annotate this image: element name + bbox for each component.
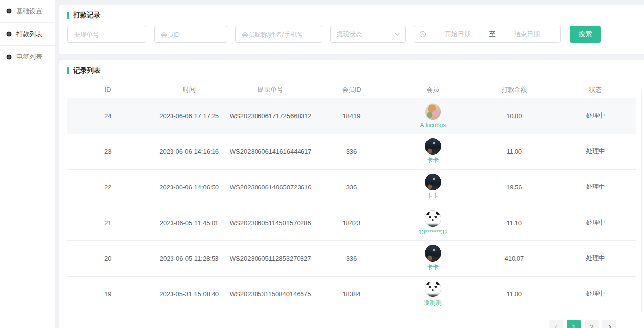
column-header: 时间	[148, 81, 229, 98]
cell-member: A Incubus	[392, 98, 473, 134]
records-table: ID 时间 提现单号 会员ID 会员 打款金额 状态	[67, 81, 636, 312]
pagination-next-button[interactable]	[602, 320, 616, 328]
member-info-input[interactable]	[235, 26, 322, 43]
sidebar-item[interactable]: 电签列表	[0, 46, 55, 68]
cell-amount: 11.00	[473, 276, 555, 312]
cell-time: 2023-06-05 11:28:53	[148, 240, 229, 276]
pagination-page-button[interactable]: 2	[585, 320, 599, 328]
start-date-placeholder: 开始日期	[429, 30, 486, 39]
cell-id: 20	[67, 240, 148, 276]
pagination: 1 2	[67, 312, 636, 328]
cell-amount: 410.07	[473, 240, 555, 276]
member-name-link[interactable]: 卡卡	[427, 156, 439, 165]
main-content: 打款记录 提现状态	[55, 0, 644, 328]
table-row[interactable]: 21 2023-06-05 11:45:01 WS202306051145015…	[67, 205, 636, 240]
member-avatar	[425, 281, 441, 297]
chevron-left-icon	[554, 324, 559, 328]
date-range-picker[interactable]: 开始日期 至 结束日期	[414, 26, 561, 43]
date-separator: 至	[489, 30, 496, 39]
sidebar: 基础设置 打款列表	[0, 0, 55, 328]
table-row[interactable]: 22 2023-06-06 14:06:50 WS202306061406507…	[67, 169, 636, 205]
pagination-prev-button[interactable]	[549, 320, 563, 328]
column-header: 会员	[392, 81, 473, 98]
clock-icon	[419, 31, 426, 38]
sidebar-item[interactable]: 打款列表	[0, 23, 55, 46]
cell-id: 23	[67, 134, 148, 169]
column-header: 会员ID	[311, 81, 392, 98]
member-name-link[interactable]: 13*******32	[418, 229, 447, 235]
cell-member-id: 336	[311, 134, 392, 169]
cell-member-id: 18384	[311, 276, 392, 312]
cell-order-no: WS20230606140650723616	[230, 169, 311, 205]
title-accent-bar	[67, 67, 69, 74]
sidebar-item[interactable]: 基础设置	[0, 0, 55, 23]
column-header: 提现单号	[230, 81, 311, 98]
cell-member: 测测测	[392, 276, 473, 312]
sidebar-item-label: 电签列表	[16, 52, 42, 61]
cell-time: 2023-06-06 14:16:16	[148, 134, 229, 169]
cell-member-id: 18419	[311, 98, 392, 134]
status-select-placeholder: 提现状态	[337, 30, 362, 39]
gear-icon	[6, 31, 12, 37]
cell-member: 卡卡	[392, 240, 473, 276]
cell-id: 21	[67, 205, 148, 240]
fixed-column-divider	[641, 90, 642, 312]
chevron-down-icon	[394, 31, 400, 37]
end-date-placeholder: 结束日期	[499, 30, 556, 39]
cell-id: 19	[67, 276, 148, 312]
cell-order-no: WS20230605112853270827	[230, 240, 311, 276]
pagination-pages: 1 2	[567, 320, 599, 328]
cell-amount: 11.10	[473, 205, 555, 240]
cell-id: 22	[67, 169, 148, 205]
member-name-link[interactable]: A Incubus	[420, 122, 446, 129]
member-avatar	[425, 245, 441, 262]
search-panel-title: 打款记录	[67, 11, 636, 20]
pagination-page-button[interactable]: 1	[567, 320, 581, 328]
cell-member-id: 336	[311, 240, 392, 276]
cell-status: 处理中	[555, 205, 636, 240]
cell-status: 处理中	[555, 240, 636, 276]
cell-status: 处理中	[555, 134, 636, 169]
member-id-input[interactable]	[154, 26, 227, 43]
cell-time: 2023-05-31 15:08:40	[148, 276, 229, 312]
member-avatar	[425, 174, 441, 190]
record-list-title-text: 记录列表	[73, 66, 101, 75]
record-list-title: 记录列表	[67, 66, 636, 75]
cell-member: 13*******32	[392, 205, 473, 240]
member-avatar	[425, 138, 441, 155]
cell-order-no: WS20230605114501570286	[230, 205, 311, 240]
table-row[interactable]: 19 2023-05-31 15:08:40 WS202305311508401…	[67, 276, 636, 312]
cell-member-id: 336	[311, 169, 392, 205]
column-header: 打款金额	[473, 81, 555, 98]
cell-amount: 11.00	[473, 134, 555, 169]
record-list-panel: 记录列表 ID 时间 提现单号 会员ID	[59, 60, 644, 328]
search-form: 提现状态 开始日期 至 结束日期 搜索	[67, 26, 636, 43]
member-name-link[interactable]: 卡卡	[427, 192, 439, 200]
cell-time: 2023-06-05 11:45:01	[148, 205, 229, 240]
table-row[interactable]: 24 2023-06-06 17:17:25 WS202306061717256…	[67, 98, 636, 134]
cell-order-no: WS20230531150840146675	[230, 276, 311, 312]
cell-time: 2023-06-06 17:17:25	[148, 98, 229, 134]
cell-member-id: 18423	[311, 205, 392, 240]
search-button[interactable]: 搜索	[570, 26, 601, 43]
order-no-input[interactable]	[67, 26, 146, 43]
sidebar-item-label: 打款列表	[16, 30, 42, 39]
member-name-link[interactable]: 卡卡	[427, 263, 439, 272]
cell-amount: 10.00	[473, 98, 555, 134]
member-name-link[interactable]: 测测测	[424, 299, 442, 307]
gear-icon	[6, 8, 12, 14]
status-select[interactable]: 提现状态	[330, 26, 406, 43]
cell-member: 卡卡	[392, 169, 473, 205]
cell-order-no: WS20230606171725668312	[230, 98, 311, 134]
column-header: 状态	[555, 81, 636, 98]
title-accent-bar	[67, 12, 69, 19]
gear-icon	[6, 54, 12, 60]
table-row[interactable]: 20 2023-06-05 11:28:53 WS202306051128532…	[67, 240, 636, 276]
cell-order-no: WS20230606141616444617	[230, 134, 311, 169]
cell-status: 处理中	[555, 169, 636, 205]
table-row[interactable]: 23 2023-06-06 14:16:16 WS202306061416164…	[67, 134, 636, 169]
app-layout: 基础设置 打款列表	[0, 0, 644, 328]
member-avatar	[425, 210, 441, 227]
cell-amount: 19.56	[473, 169, 555, 205]
cell-status: 处理中	[555, 276, 636, 312]
